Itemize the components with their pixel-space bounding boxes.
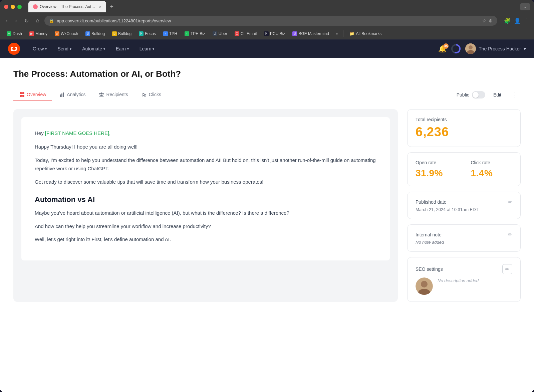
active-tab[interactable]: Overview – The Process: Aut… ✕ [28, 1, 106, 12]
nav-earn-label: Earn [116, 46, 126, 51]
internal-note-label: Internal note ✏ [416, 231, 512, 238]
bookmark-wkcoach[interactable]: W WkCoach [52, 30, 81, 37]
extensions-icon[interactable]: 🧩 [504, 18, 511, 24]
click-rate-value: 1.4% [471, 168, 513, 179]
edit-button[interactable]: Edit [490, 90, 505, 100]
dash-favicon: + [7, 31, 11, 36]
internal-note-edit-button[interactable]: ✏ [508, 231, 512, 238]
tab-clicks[interactable]: Clicks [136, 88, 167, 101]
tab-close-icon[interactable]: ✕ [99, 5, 101, 9]
public-toggle[interactable]: Public [457, 91, 485, 99]
tab-recipients-label: Recipients [106, 92, 128, 97]
bookmark-cl-email-label: CL Email [241, 31, 257, 36]
pcu-biz-favicon: P [264, 31, 269, 36]
svg-rect-10 [61, 93, 62, 97]
overview-icon [19, 92, 25, 97]
app-nav: Grow ▾ Send ▾ Automate ▾ Earn ▾ Learn [0, 39, 534, 58]
bookmark-focus-label: Focus [145, 31, 156, 36]
open-rate-section: Open rate 31.9% [416, 160, 464, 179]
bookmarks-bar: + Dash ▶ Money W WkCoach B Bulldog B Bul… [0, 28, 534, 39]
bookmark-bulldog2-label: Bulldog [118, 31, 131, 36]
email-highlight: [FIRST NAME GOES HERE], [45, 130, 110, 136]
email-heading: Automation vs AI [35, 195, 376, 204]
bookmark-icon[interactable]: ☆ [482, 18, 487, 23]
more-bookmarks-icon[interactable]: » [334, 30, 340, 37]
refresh-button[interactable]: ↻ [22, 16, 31, 25]
focus-favicon: F [139, 31, 144, 36]
window-expand-icon[interactable]: ⌄ [520, 3, 530, 10]
svg-rect-11 [63, 92, 64, 97]
app-logo[interactable] [8, 43, 20, 55]
total-recipients-card: Total recipients 6,236 [407, 109, 521, 147]
bookmark-focus[interactable]: F Focus [136, 30, 159, 37]
url-bar[interactable]: 🔒 app.convertkit.com/publications/112248… [44, 16, 497, 26]
tab-recipients[interactable]: Recipients [93, 88, 134, 101]
bookmark-bulldog1[interactable]: B Bulldog [83, 30, 107, 37]
money-favicon: ▶ [29, 31, 34, 36]
tab-overview[interactable]: Overview [13, 88, 52, 101]
svg-rect-5 [20, 92, 22, 94]
tph-favicon: T [163, 31, 168, 36]
all-bookmarks-label: All Bookmarks [356, 31, 381, 36]
bookmark-pcu-biz-label: PCU Biz [270, 31, 285, 36]
tab-clicks-label: Clicks [149, 92, 161, 97]
profile-icon[interactable]: 👤 [514, 18, 521, 24]
email-paragraph4: Maybe you've heard about automation or a… [35, 209, 376, 217]
internal-note-card: Internal note ✏ No note added [407, 224, 521, 252]
email-paragraph5: And how can they help you streamline you… [35, 222, 376, 231]
email-inner: Hey [FIRST NAME GOES HERE], Happy Thursd… [21, 117, 390, 260]
bookmark-tph-biz-label: TPH Biz [191, 31, 205, 36]
forward-button[interactable]: › [13, 16, 19, 25]
maximize-button[interactable] [17, 5, 22, 9]
nav-earn[interactable]: Earn ▾ [111, 43, 134, 54]
all-bookmarks-folder[interactable]: 📁 All Bookmarks [347, 30, 384, 37]
bookmark-bge[interactable]: B BGE Mastermind [290, 30, 331, 37]
earn-chevron-icon: ▾ [127, 47, 129, 51]
more-options-button[interactable]: ⋮ [509, 89, 521, 101]
nav-grow[interactable]: Grow ▾ [28, 43, 51, 54]
tab-analytics[interactable]: Analytics [53, 88, 91, 101]
bookmark-dash[interactable]: + Dash [4, 30, 25, 37]
bookmark-cl-email[interactable]: C CL Email [232, 30, 259, 37]
loading-indicator [451, 44, 461, 53]
analytics-icon [59, 92, 65, 97]
svg-point-12 [100, 92, 102, 94]
bookmark-tph[interactable]: T TPH [161, 30, 180, 37]
extension-icon[interactable]: ⊕ [489, 18, 493, 23]
seo-no-description: No description added [438, 278, 479, 283]
internal-note-value: No note added [416, 240, 512, 245]
notification-button[interactable]: 🔔 35 [438, 45, 447, 53]
bookmark-pcu-biz[interactable]: P PCU Biz [261, 30, 288, 37]
bookmark-bge-label: BGE Mastermind [298, 31, 329, 36]
bookmark-uber[interactable]: U Uber [210, 30, 230, 37]
tab-actions: Public Edit ⋮ [457, 89, 521, 101]
tab-favicon [33, 4, 38, 9]
grow-chevron-icon: ▾ [45, 47, 47, 51]
toggle-switch[interactable] [472, 91, 485, 99]
bookmark-bulldog2[interactable]: B Bulldog [109, 30, 134, 37]
nav-automate[interactable]: Automate ▾ [77, 43, 110, 54]
url-actions: ☆ ⊕ [482, 18, 493, 23]
bookmark-money-label: Money [35, 31, 47, 36]
bookmark-money[interactable]: ▶ Money [27, 30, 50, 37]
automate-chevron-icon: ▾ [103, 47, 105, 51]
bookmark-tph-biz[interactable]: T TPH Biz [182, 30, 208, 37]
close-button[interactable] [4, 5, 8, 9]
email-paragraph6: Well, let's get right into it! First, le… [35, 235, 376, 244]
home-button[interactable]: ⌂ [34, 16, 41, 25]
new-tab-button[interactable]: + [107, 2, 116, 12]
uber-favicon: U [213, 31, 217, 36]
back-button[interactable]: ‹ [4, 16, 10, 25]
wkcoach-favicon: W [55, 31, 59, 36]
user-profile-button[interactable]: The Process Hacker ▾ [465, 43, 526, 54]
seo-settings-edit-button[interactable]: ✏ [502, 264, 512, 274]
nav-send[interactable]: Send ▾ [53, 43, 76, 54]
cl-email-favicon: C [235, 31, 239, 36]
avatar [465, 43, 476, 54]
minimize-button[interactable] [11, 5, 15, 9]
tph-biz-favicon: T [185, 31, 189, 36]
published-date-value: March 21, 2024 at 10:31am EDT [416, 207, 512, 212]
nav-learn[interactable]: Learn ▾ [135, 43, 159, 54]
menu-icon[interactable]: ⋮ [524, 17, 530, 24]
published-date-edit-button[interactable]: ✏ [508, 199, 512, 205]
